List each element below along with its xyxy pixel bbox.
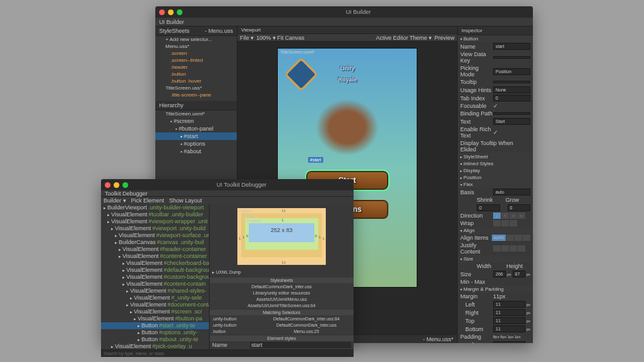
tree-row[interactable]: ▸ VisualElement #content-contain bbox=[101, 281, 209, 288]
stylesheets-header[interactable]: StyleSheets - Menu.uss bbox=[155, 26, 237, 36]
minimize-icon[interactable] bbox=[114, 182, 119, 188]
uss-file[interactable]: TitleScreen.uss* bbox=[155, 85, 237, 91]
focusable-checkbox[interactable]: ✓ bbox=[493, 103, 498, 109]
hierarchy-item[interactable]: ▪ #about bbox=[155, 148, 237, 155]
element-tree[interactable]: ▸ BuilderViewport .unity-builder-viewpor… bbox=[101, 204, 210, 349]
hierarchy-header[interactable]: Hierarchy bbox=[155, 101, 237, 110]
tree-row[interactable]: ▸ VisualElement #checkerboard-ba bbox=[101, 260, 209, 267]
richtext-checkbox[interactable]: ✓ bbox=[493, 129, 498, 136]
debugger-details: margin 11 11 11 11 border 1 1 padding 6 … bbox=[210, 204, 354, 349]
close-icon[interactable] bbox=[159, 9, 165, 15]
dir-btn[interactable]: ↓ bbox=[493, 213, 501, 219]
element-styles-header: Element styles bbox=[210, 336, 354, 341]
align-section[interactable]: Align bbox=[458, 227, 533, 234]
zoom-fit[interactable]: 100% ▾ Fit Canvas bbox=[256, 35, 304, 41]
selector-item[interactable]: .screen bbox=[155, 50, 237, 57]
selection-label: #start bbox=[308, 157, 323, 163]
hierarchy-item[interactable]: ▪ #options bbox=[155, 140, 237, 148]
tree-row[interactable]: ▸ VisualElement #pick-overlay .u bbox=[101, 343, 209, 349]
show-layout-button[interactable]: Show Layout bbox=[169, 197, 202, 204]
tab-debugger[interactable]: Toolkit Debugger bbox=[105, 190, 148, 197]
tree-row[interactable]: ▸ VisualElement #custom-backgrou bbox=[101, 274, 209, 281]
hierarchy-item-start[interactable]: ▪ #start bbox=[155, 132, 237, 140]
tooltip-field[interactable] bbox=[493, 81, 530, 83]
usage-dropdown[interactable]: None bbox=[493, 86, 530, 93]
vdk-field[interactable] bbox=[493, 56, 530, 59]
inspector: Inspector Button Namestart View Data Key… bbox=[457, 26, 533, 343]
tree-row[interactable]: ▸ VisualElement #header-container bbox=[101, 246, 209, 253]
maximize-icon[interactable] bbox=[177, 9, 182, 15]
size-section[interactable]: Size bbox=[458, 255, 533, 262]
builder-dropdown[interactable]: Builder ▾ bbox=[104, 197, 126, 204]
display-section[interactable]: Display bbox=[458, 167, 533, 174]
window-title: UI Builder bbox=[188, 9, 529, 15]
tree-row[interactable]: ▸ VisualElement #screen .scr bbox=[101, 308, 209, 315]
uss-file[interactable]: Menu.uss* bbox=[155, 43, 237, 50]
name-field[interactable]: start bbox=[493, 43, 530, 50]
minimize-icon[interactable] bbox=[168, 9, 174, 15]
tab-ui-builder[interactable]: UI Builder bbox=[159, 19, 184, 25]
close-icon[interactable] bbox=[105, 182, 110, 188]
selector-item[interactable]: .button :hover bbox=[155, 78, 237, 85]
position-section[interactable]: Position bbox=[458, 174, 533, 181]
tree-row[interactable]: ▸ VisualElement #button-pa bbox=[101, 315, 209, 322]
box-model: margin 11 11 11 11 border 1 1 padding 6 … bbox=[237, 208, 326, 265]
stylesheet-section[interactable]: StyleSheet bbox=[458, 153, 533, 160]
search-input[interactable]: Search by type, name, or class bbox=[101, 349, 354, 357]
selector-item[interactable]: .button bbox=[155, 71, 237, 78]
matching-header: Matching Selectors bbox=[210, 310, 354, 315]
debugger-window: UI Toolkit Debugger Toolkit Debugger Bui… bbox=[101, 179, 354, 343]
selector-item[interactable]: .header bbox=[155, 64, 237, 71]
pick-element-button[interactable]: Pick Element bbox=[131, 197, 165, 204]
titlebar[interactable]: UI Builder bbox=[155, 6, 533, 18]
maximize-icon[interactable] bbox=[122, 182, 128, 188]
tree-row[interactable]: ▸ VisualElement #viewport .unity-build bbox=[101, 225, 209, 232]
button-section[interactable]: Button bbox=[458, 35, 533, 42]
unity-logo-icon bbox=[284, 57, 318, 91]
inspector-header: Inspector bbox=[458, 26, 533, 35]
flex-section[interactable]: Flex bbox=[458, 181, 533, 188]
picking-dropdown[interactable]: Position bbox=[493, 68, 530, 75]
file-tab[interactable]: TitleScreen.uxml* bbox=[280, 50, 315, 54]
hierarchy-root[interactable]: TitleScreen.uxml* bbox=[155, 110, 237, 117]
window-title: UI Toolkit Debugger bbox=[133, 182, 350, 188]
game-title: UnityRoyale bbox=[338, 60, 357, 83]
tree-row[interactable]: ▸ VisualElement #toolbar .unity-builder bbox=[101, 211, 209, 218]
tree-row[interactable]: ▸ VisualElement #viewport-surface .unit bbox=[101, 232, 209, 239]
hierarchy-item[interactable]: ▪ #button-panel bbox=[155, 125, 237, 132]
tree-row[interactable]: ▸ Button #start .unity-te bbox=[101, 322, 209, 329]
tree-row[interactable]: ▸ Button #about .unity-te bbox=[101, 336, 209, 343]
viewport-header: Viewport bbox=[237, 26, 457, 34]
titlebar[interactable]: UI Toolkit Debugger bbox=[101, 179, 354, 190]
margin-section[interactable]: Margin & Padding bbox=[458, 286, 533, 293]
tree-row[interactable]: ▸ VisualElement #document-conta bbox=[101, 301, 209, 308]
tree-row[interactable]: ▸ VisualElement #default-backgrou bbox=[101, 267, 209, 274]
hierarchy-item[interactable]: ▪ #screen bbox=[155, 117, 237, 125]
uxml-dump[interactable]: ▸ UXML Dump bbox=[210, 269, 354, 276]
debugger-toolbar: Builder ▾ Pick Element Show Layout bbox=[101, 197, 354, 204]
tree-row[interactable]: ▸ VisualElement #shared-styles- bbox=[101, 288, 209, 295]
selector-item[interactable]: .screen--tinted bbox=[155, 57, 237, 64]
tabindex-field[interactable]: 0 bbox=[493, 95, 530, 102]
tree-row[interactable]: ▸ BuilderCanvas #canvas .unity-buil bbox=[101, 239, 209, 246]
tree-row[interactable]: ▸ BuilderViewport .unity-builder-viewpor… bbox=[101, 204, 209, 211]
tree-row[interactable]: ▸ VisualElement #content-container bbox=[101, 253, 209, 260]
viewport-toolbar: File ▾ 100% ▾ Fit Canvas Active Editor T… bbox=[237, 34, 457, 42]
preview-button[interactable]: Preview bbox=[434, 35, 455, 41]
inlined-section[interactable]: Inlined Styles bbox=[458, 160, 533, 167]
text-field[interactable]: Start bbox=[493, 118, 530, 125]
file-menu[interactable]: File ▾ bbox=[240, 35, 254, 41]
theme-dropdown[interactable]: Active Editor Theme ▾ bbox=[376, 35, 432, 41]
character-art bbox=[316, 99, 379, 156]
add-selector[interactable]: + Add new selector... bbox=[155, 36, 237, 43]
tree-row[interactable]: ▸ Button #options .unity- bbox=[101, 329, 209, 336]
selector-item[interactable]: .title-screen--pane bbox=[155, 91, 237, 98]
tree-row[interactable]: ▸ VisualElement #_unity-sele bbox=[101, 295, 209, 301]
binding-field[interactable] bbox=[493, 112, 530, 115]
tree-row[interactable]: ▸ VisualElement #viewport-wrapper .unit bbox=[101, 218, 209, 225]
builder-toolbar: UI Builder bbox=[155, 18, 533, 26]
stylesheets-header: Stylesheets bbox=[210, 277, 354, 283]
